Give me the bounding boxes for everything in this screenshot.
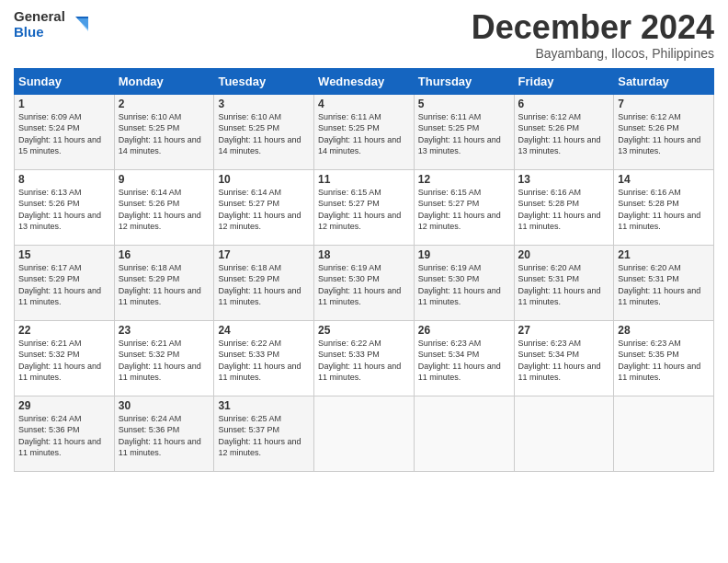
logo-blue: Blue (14, 25, 65, 40)
calendar-header-row: Sunday Monday Tuesday Wednesday Thursday… (15, 68, 714, 94)
day-number: 27 (518, 324, 610, 337)
day-number: 1 (18, 98, 110, 110)
day-number: 22 (18, 324, 110, 337)
day-number: 5 (418, 98, 510, 110)
calendar-cell: 23 Sunrise: 6:21 AM Sunset: 5:32 PM Dayl… (114, 320, 214, 396)
day-number: 2 (119, 98, 210, 110)
calendar-cell: 11 Sunrise: 6:15 AM Sunset: 5:27 PM Dayl… (314, 169, 415, 245)
page: General Blue December 2024 Bayambang, Il… (0, 0, 728, 563)
month-title: December 2024 (472, 9, 714, 46)
calendar-cell: 19 Sunrise: 6:19 AM Sunset: 5:30 PM Dayl… (414, 245, 514, 320)
title-section: December 2024 Bayambang, Ilocos, Philipp… (472, 9, 714, 61)
calendar-cell: 20 Sunrise: 6:20 AM Sunset: 5:31 PM Dayl… (514, 245, 614, 320)
day-info: Sunrise: 6:13 AM Sunset: 5:26 PM Dayligh… (18, 187, 110, 233)
calendar-cell: 7 Sunrise: 6:12 AM Sunset: 5:26 PM Dayli… (614, 94, 714, 169)
day-info: Sunrise: 6:12 AM Sunset: 5:26 PM Dayligh… (618, 111, 710, 157)
calendar-cell: 28 Sunrise: 6:23 AM Sunset: 5:35 PM Dayl… (614, 320, 714, 396)
day-number: 11 (318, 173, 410, 186)
calendar-cell: 12 Sunrise: 6:15 AM Sunset: 5:27 PM Dayl… (414, 169, 514, 245)
day-number: 29 (18, 399, 110, 412)
calendar-cell (514, 396, 614, 471)
day-info: Sunrise: 6:11 AM Sunset: 5:25 PM Dayligh… (418, 111, 510, 157)
day-number: 13 (518, 173, 610, 186)
calendar-cell: 27 Sunrise: 6:23 AM Sunset: 5:34 PM Dayl… (514, 320, 614, 396)
calendar-cell: 18 Sunrise: 6:19 AM Sunset: 5:30 PM Dayl… (314, 245, 415, 320)
col-saturday: Saturday (614, 68, 714, 94)
day-info: Sunrise: 6:10 AM Sunset: 5:25 PM Dayligh… (119, 111, 210, 157)
calendar-cell: 26 Sunrise: 6:23 AM Sunset: 5:34 PM Dayl… (414, 320, 514, 396)
day-number: 18 (318, 248, 410, 261)
day-number: 21 (618, 248, 710, 261)
day-info: Sunrise: 6:14 AM Sunset: 5:26 PM Dayligh… (119, 187, 210, 233)
day-info: Sunrise: 6:14 AM Sunset: 5:27 PM Dayligh… (218, 187, 310, 233)
calendar-table: Sunday Monday Tuesday Wednesday Thursday… (14, 68, 714, 472)
calendar-week-row: 29 Sunrise: 6:24 AM Sunset: 5:36 PM Dayl… (15, 396, 714, 471)
calendar-cell: 30 Sunrise: 6:24 AM Sunset: 5:36 PM Dayl… (114, 396, 214, 471)
day-number: 26 (418, 324, 510, 337)
calendar-cell: 16 Sunrise: 6:18 AM Sunset: 5:29 PM Dayl… (114, 245, 214, 320)
day-info: Sunrise: 6:19 AM Sunset: 5:30 PM Dayligh… (318, 262, 410, 308)
calendar-cell (314, 396, 415, 471)
day-info: Sunrise: 6:21 AM Sunset: 5:32 PM Dayligh… (18, 338, 110, 384)
calendar-cell: 24 Sunrise: 6:22 AM Sunset: 5:33 PM Dayl… (214, 320, 314, 396)
day-info: Sunrise: 6:10 AM Sunset: 5:25 PM Dayligh… (218, 111, 310, 157)
day-info: Sunrise: 6:20 AM Sunset: 5:31 PM Dayligh… (618, 262, 710, 308)
day-number: 6 (518, 98, 610, 110)
calendar-cell: 1 Sunrise: 6:09 AM Sunset: 5:24 PM Dayli… (15, 94, 115, 169)
logo-general: General (14, 9, 65, 25)
day-info: Sunrise: 6:21 AM Sunset: 5:32 PM Dayligh… (119, 338, 210, 384)
col-sunday: Sunday (15, 68, 115, 94)
day-number: 9 (119, 173, 210, 186)
day-number: 10 (218, 173, 310, 186)
day-number: 17 (218, 248, 310, 261)
day-number: 14 (618, 173, 710, 186)
day-info: Sunrise: 6:22 AM Sunset: 5:33 PM Dayligh… (218, 338, 310, 384)
day-info: Sunrise: 6:20 AM Sunset: 5:31 PM Dayligh… (518, 262, 610, 308)
day-info: Sunrise: 6:09 AM Sunset: 5:24 PM Dayligh… (18, 111, 110, 157)
day-info: Sunrise: 6:24 AM Sunset: 5:36 PM Dayligh… (18, 413, 110, 459)
day-info: Sunrise: 6:22 AM Sunset: 5:33 PM Dayligh… (318, 338, 410, 384)
day-number: 30 (119, 399, 210, 412)
day-info: Sunrise: 6:23 AM Sunset: 5:35 PM Dayligh… (618, 338, 710, 384)
day-info: Sunrise: 6:12 AM Sunset: 5:26 PM Dayligh… (518, 111, 610, 157)
calendar-cell (614, 396, 714, 471)
day-number: 12 (418, 173, 510, 186)
day-number: 20 (518, 248, 610, 261)
day-number: 7 (618, 98, 710, 110)
col-wednesday: Wednesday (314, 68, 415, 94)
day-number: 8 (18, 173, 110, 186)
day-info: Sunrise: 6:16 AM Sunset: 5:28 PM Dayligh… (518, 187, 610, 233)
calendar-cell: 15 Sunrise: 6:17 AM Sunset: 5:29 PM Dayl… (15, 245, 115, 320)
subtitle: Bayambang, Ilocos, Philippines (472, 46, 714, 61)
calendar-week-row: 22 Sunrise: 6:21 AM Sunset: 5:32 PM Dayl… (15, 320, 714, 396)
calendar-cell: 3 Sunrise: 6:10 AM Sunset: 5:25 PM Dayli… (214, 94, 314, 169)
calendar-cell: 29 Sunrise: 6:24 AM Sunset: 5:36 PM Dayl… (15, 396, 115, 471)
col-thursday: Thursday (414, 68, 514, 94)
day-info: Sunrise: 6:15 AM Sunset: 5:27 PM Dayligh… (418, 187, 510, 233)
day-number: 28 (618, 324, 710, 337)
calendar-cell: 8 Sunrise: 6:13 AM Sunset: 5:26 PM Dayli… (15, 169, 115, 245)
calendar-cell (414, 396, 514, 471)
header: General Blue December 2024 Bayambang, Il… (14, 9, 714, 61)
day-info: Sunrise: 6:18 AM Sunset: 5:29 PM Dayligh… (119, 262, 210, 308)
day-info: Sunrise: 6:19 AM Sunset: 5:30 PM Dayligh… (418, 262, 510, 308)
logo-chevron-icon (68, 15, 88, 35)
day-info: Sunrise: 6:17 AM Sunset: 5:29 PM Dayligh… (18, 262, 110, 308)
calendar-week-row: 8 Sunrise: 6:13 AM Sunset: 5:26 PM Dayli… (15, 169, 714, 245)
day-number: 24 (218, 324, 310, 337)
svg-marker-1 (77, 18, 88, 31)
calendar-week-row: 1 Sunrise: 6:09 AM Sunset: 5:24 PM Dayli… (15, 94, 714, 169)
calendar-cell: 14 Sunrise: 6:16 AM Sunset: 5:28 PM Dayl… (614, 169, 714, 245)
calendar-cell: 2 Sunrise: 6:10 AM Sunset: 5:25 PM Dayli… (114, 94, 214, 169)
day-number: 23 (119, 324, 210, 337)
day-info: Sunrise: 6:16 AM Sunset: 5:28 PM Dayligh… (618, 187, 710, 233)
logo: General Blue (14, 9, 88, 40)
calendar-cell: 13 Sunrise: 6:16 AM Sunset: 5:28 PM Dayl… (514, 169, 614, 245)
day-info: Sunrise: 6:23 AM Sunset: 5:34 PM Dayligh… (518, 338, 610, 384)
calendar-week-row: 15 Sunrise: 6:17 AM Sunset: 5:29 PM Dayl… (15, 245, 714, 320)
calendar-cell: 9 Sunrise: 6:14 AM Sunset: 5:26 PM Dayli… (114, 169, 214, 245)
day-number: 16 (119, 248, 210, 261)
calendar-cell: 31 Sunrise: 6:25 AM Sunset: 5:37 PM Dayl… (214, 396, 314, 471)
calendar-cell: 22 Sunrise: 6:21 AM Sunset: 5:32 PM Dayl… (15, 320, 115, 396)
day-number: 31 (218, 399, 310, 412)
